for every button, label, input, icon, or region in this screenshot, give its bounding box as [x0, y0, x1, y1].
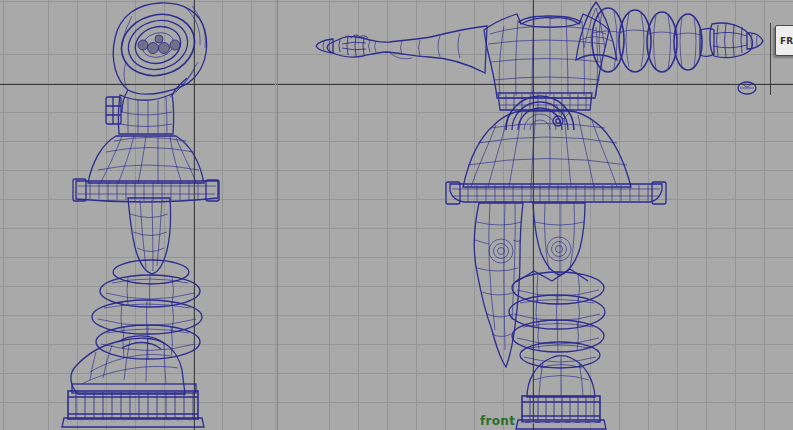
front-left-arm	[316, 26, 487, 73]
maya-viewport: front FR	[0, 0, 793, 430]
front-coil-arm	[592, 8, 763, 94]
side-thigh	[128, 198, 171, 274]
side-torso	[106, 94, 174, 134]
side-head-nubs	[138, 35, 180, 54]
side-boot	[71, 336, 185, 394]
front-skirt-brim	[446, 182, 666, 204]
front-panel-button[interactable]: FR	[775, 25, 793, 56]
front-torso	[484, 14, 609, 98]
side-neck-back	[122, 78, 187, 112]
front-view-model[interactable]	[316, 2, 763, 429]
front-right-leg	[533, 203, 585, 275]
scene-geometry	[0, 0, 793, 430]
side-skirt	[88, 136, 204, 184]
side-base-platform	[62, 384, 204, 427]
side-view-model[interactable]	[62, 3, 219, 427]
side-head	[113, 3, 206, 97]
front-coil-hand	[710, 23, 763, 94]
front-leg-spring	[509, 269, 605, 368]
front-boot	[516, 356, 606, 429]
view-label: front	[480, 414, 515, 428]
